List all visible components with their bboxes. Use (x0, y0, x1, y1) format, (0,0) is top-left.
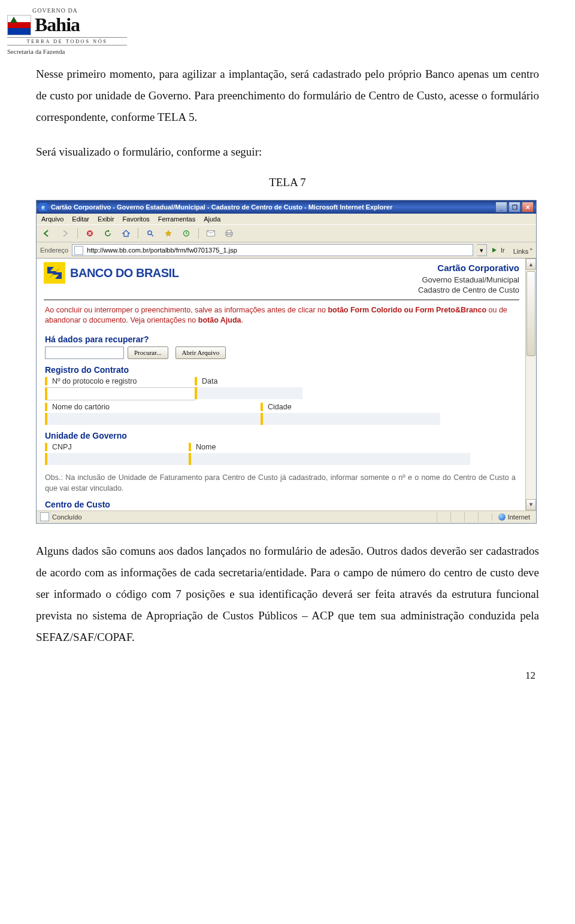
lbl-cnpj: CNPJ (45, 443, 189, 451)
search-button[interactable] (143, 227, 158, 240)
sub-org: Secretaria da Fazenda (7, 48, 127, 55)
sec-registro: Registro do Contrato (45, 365, 519, 375)
menu-arquivo[interactable]: Arquivo (41, 215, 63, 223)
recover-title: Há dados para recuperar? (45, 335, 519, 344)
page-meta: Cartão Corporativo Governo Estadual/Muni… (418, 262, 519, 295)
scroll-down-button[interactable]: ▼ (526, 499, 536, 510)
paragraph-3: Alguns dados são comuns aos dados lançad… (36, 540, 539, 648)
bb-mark-icon (44, 262, 65, 284)
open-file-button[interactable]: Abrir Arquivo (175, 346, 226, 359)
svg-point-1 (148, 231, 152, 235)
address-label: Endereço (40, 247, 68, 254)
svg-rect-7 (227, 235, 231, 236)
browse-button[interactable]: Procurar... (128, 346, 168, 359)
status-done: Concluído (52, 513, 82, 521)
bb-wordmark: BANCO DO BRASIL (70, 266, 178, 280)
gov-label: GOVERNO DA (32, 7, 127, 14)
go-button[interactable]: Ir (491, 246, 505, 254)
window-title: Cartão Corporativo - Governo Estadual/Mu… (51, 203, 392, 211)
lbl-protocolo: Nº do protocolo e registro (45, 377, 195, 385)
page-icon (74, 246, 83, 255)
maximize-button[interactable]: ❐ (509, 202, 520, 212)
back-button[interactable] (40, 227, 55, 240)
input-data[interactable] (195, 387, 302, 399)
obs-text: Obs.: Na inclusão de Unidade de Faturame… (45, 472, 516, 494)
home-button[interactable] (119, 227, 133, 240)
warning-text: Ao concluir ou interromper o preenchimen… (45, 305, 515, 326)
status-bar: Concluído Internet (37, 510, 536, 523)
svg-line-2 (152, 235, 153, 236)
scroll-thumb[interactable] (526, 271, 535, 356)
status-zone: Internet (508, 513, 530, 521)
menu-editar[interactable]: Editar (72, 215, 89, 223)
mail-button[interactable] (204, 227, 218, 240)
page-number: 12 (36, 670, 539, 682)
input-cidade[interactable] (261, 413, 440, 425)
gov-tagline: TERRA DE TODOS NÓS (7, 37, 127, 45)
scroll-up-button[interactable]: ▲ (526, 259, 536, 270)
lbl-cartorio: Nome do cartório (45, 403, 261, 411)
print-button[interactable] (222, 227, 236, 240)
menu-ajuda[interactable]: Ajuda (204, 215, 220, 223)
sec-unidade: Unidade de Governo (45, 431, 519, 440)
meta-title: Cartão Corporativo (418, 262, 519, 274)
refresh-button[interactable] (101, 227, 115, 240)
internet-zone-icon (498, 513, 506, 521)
lbl-cidade: Cidade (261, 403, 440, 411)
ie-window: e Cartão Corporativo - Governo Estadual/… (36, 200, 537, 524)
paragraph-2: Será visualizado o formulário, conforme … (36, 141, 539, 163)
minimize-button[interactable]: _ (495, 202, 507, 212)
titlebar: e Cartão Corporativo - Governo Estadual/… (37, 200, 536, 214)
menu-favoritos[interactable]: Favoritos (123, 215, 150, 223)
close-button[interactable]: ✕ (522, 202, 534, 212)
page-icon (40, 512, 49, 521)
address-input[interactable] (86, 246, 471, 254)
file-path-input[interactable] (45, 346, 124, 359)
svg-rect-6 (227, 230, 231, 233)
gov-header: GOVERNO DA Bahia TERRA DE TODOS NÓS Secr… (7, 7, 127, 55)
lbl-nome: Nome (189, 443, 470, 451)
bahia-flag-icon (7, 15, 31, 35)
input-protocolo[interactable] (45, 387, 195, 400)
input-nome[interactable] (189, 453, 470, 465)
paragraph-1: Nesse primeiro momento, para agilizar a … (36, 63, 539, 128)
favorites-button[interactable] (161, 227, 175, 240)
input-cartorio[interactable] (45, 413, 261, 425)
menubar: Arquivo Editar Exibir Favoritos Ferramen… (37, 214, 536, 224)
links-button[interactable]: Links » (513, 247, 532, 255)
forward-button[interactable] (58, 227, 72, 240)
input-cnpj[interactable] (45, 453, 189, 465)
toolbar (37, 224, 536, 242)
ie-logo-icon: e (39, 203, 47, 211)
vertical-scrollbar[interactable]: ▲ ▼ (525, 259, 536, 510)
address-dropdown[interactable]: ▾ (477, 244, 487, 256)
menu-exibir[interactable]: Exibir (98, 215, 114, 223)
history-button[interactable] (179, 227, 193, 240)
address-bar: Endereço ▾ Ir Links » (37, 242, 536, 259)
bb-logo: BANCO DO BRASIL (44, 262, 178, 284)
menu-ferramentas[interactable]: Ferramentas (158, 215, 195, 223)
address-field[interactable] (72, 244, 473, 256)
meta-line-3: Cadastro de Centro de Custo (418, 285, 519, 296)
tela-label: TELA 7 (36, 176, 539, 189)
stop-button[interactable] (83, 227, 97, 240)
lbl-data: Data (195, 377, 302, 385)
meta-line-2: Governo Estadual/Municipal (418, 275, 519, 285)
bahia-wordmark: Bahia (35, 14, 80, 36)
sec-centro: Centro de Custo (45, 500, 519, 509)
scroll-track[interactable] (526, 270, 536, 499)
